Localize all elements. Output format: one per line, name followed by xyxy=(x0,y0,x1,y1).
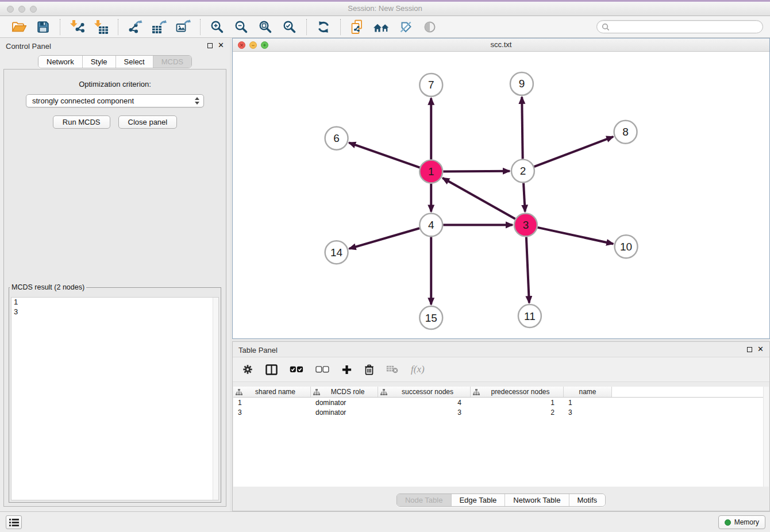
column-header-predecessor-nodes[interactable]: predecessor nodes xyxy=(471,387,564,397)
minimize-window-button[interactable] xyxy=(18,6,25,13)
close-network-button[interactable] xyxy=(238,41,245,49)
table-cell[interactable]: 1 xyxy=(233,399,311,407)
graph-edge-1-6[interactable] xyxy=(349,142,419,167)
table-tab-edge-table[interactable]: Edge Table xyxy=(451,494,505,506)
network-view-window: scc.txt 7968124314101511 xyxy=(232,38,770,339)
graph-node-11[interactable]: 11 xyxy=(518,304,541,327)
table-row[interactable]: 1dominator411 xyxy=(233,398,769,407)
network-window-titlebar[interactable]: scc.txt xyxy=(233,38,769,52)
table-row[interactable]: 3dominator323 xyxy=(233,407,769,417)
run-mcds-button[interactable]: Run MCDS xyxy=(53,115,110,129)
table-cell[interactable]: dominator xyxy=(311,399,378,407)
graph-node-15[interactable]: 15 xyxy=(419,306,442,329)
svg-text:10: 10 xyxy=(620,241,632,253)
tab-network[interactable]: Network xyxy=(38,56,83,68)
graph-node-10[interactable]: 10 xyxy=(615,235,638,258)
table-cell[interactable]: 2 xyxy=(471,408,564,417)
graph-node-2[interactable]: 2 xyxy=(511,160,534,183)
settings-gear-icon[interactable] xyxy=(242,364,253,375)
graph-edge-3-1[interactable] xyxy=(442,178,515,219)
result-scrollbar[interactable] xyxy=(213,298,218,500)
graph-node-14[interactable]: 14 xyxy=(325,241,348,264)
minimize-network-button[interactable] xyxy=(249,41,257,49)
search-box[interactable] xyxy=(596,20,763,33)
column-header-name[interactable]: name xyxy=(564,387,612,397)
criterion-dropdown[interactable]: strongly connected component xyxy=(26,94,204,107)
export-network-icon[interactable] xyxy=(126,18,144,36)
network-graph[interactable]: 7968124314101511 xyxy=(233,52,769,338)
close-panel-icon[interactable]: ✕ xyxy=(218,42,224,49)
column-header-successor-nodes[interactable]: successor nodes xyxy=(378,387,471,397)
zoom-fit-icon[interactable] xyxy=(257,18,274,36)
import-table-icon[interactable] xyxy=(93,18,110,36)
save-session-icon[interactable] xyxy=(34,18,52,36)
table-cell[interactable]: 4 xyxy=(378,399,471,407)
zoom-in-icon[interactable] xyxy=(209,18,226,36)
close-table-panel-icon[interactable]: ✕ xyxy=(757,346,764,353)
mcds-result-text[interactable]: 13 xyxy=(11,297,219,500)
graph-edge-2-3[interactable] xyxy=(523,183,525,212)
open-file-icon[interactable] xyxy=(10,18,28,36)
clone-network-icon[interactable] xyxy=(349,18,366,36)
close-panel-button[interactable]: Close panel xyxy=(118,115,178,129)
table-cell[interactable]: 1 xyxy=(564,399,612,407)
graph-edge-1-2[interactable] xyxy=(443,171,510,172)
graph-node-4[interactable]: 4 xyxy=(419,213,442,236)
deselect-all-checks-icon[interactable] xyxy=(315,366,329,373)
tab-select[interactable]: Select xyxy=(116,56,153,68)
show-hide-icon[interactable] xyxy=(421,18,438,36)
annotations-toggle-icon[interactable] xyxy=(397,18,414,36)
import-network-icon[interactable] xyxy=(68,18,86,36)
zoom-selected-icon[interactable] xyxy=(281,18,298,36)
graph-edge-3-10[interactable] xyxy=(537,228,613,244)
column-header-shared-name[interactable]: shared name xyxy=(233,387,311,397)
graph-edge-3-11[interactable] xyxy=(526,237,529,303)
table-tab-node-table[interactable]: Node Table xyxy=(397,494,452,506)
tab-mcds[interactable]: MCDS xyxy=(153,56,191,68)
close-window-button[interactable] xyxy=(7,6,14,13)
table-cell[interactable]: 3 xyxy=(564,408,612,417)
select-all-checks-icon[interactable] xyxy=(290,366,303,373)
column-type-icon xyxy=(313,389,320,395)
table-cell[interactable]: 3 xyxy=(378,408,471,417)
float-panel-icon[interactable] xyxy=(207,43,213,48)
network-canvas[interactable]: 7968124314101511 xyxy=(233,52,769,338)
refresh-layout-icon[interactable] xyxy=(315,18,332,36)
zoom-out-icon[interactable] xyxy=(233,18,250,36)
graph-node-7[interactable]: 7 xyxy=(419,74,442,97)
graph-node-3[interactable]: 3 xyxy=(514,213,537,236)
export-image-icon[interactable] xyxy=(175,18,192,36)
table-cell[interactable]: dominator xyxy=(311,408,378,417)
toolbar-separator xyxy=(200,19,201,35)
table-cell[interactable]: 1 xyxy=(471,399,564,407)
delete-column-icon[interactable] xyxy=(364,364,374,375)
table-scrollbar[interactable] xyxy=(763,387,769,487)
table-tab-network-table[interactable]: Network Table xyxy=(505,494,569,506)
float-table-panel-icon[interactable] xyxy=(747,347,752,352)
dropdown-stepper-icon xyxy=(195,97,199,105)
memory-button[interactable]: Memory xyxy=(718,515,765,529)
column-header-mcds-role[interactable]: MCDS role xyxy=(311,387,378,397)
add-column-icon[interactable] xyxy=(341,364,352,375)
tab-style[interactable]: Style xyxy=(83,56,116,68)
column-view-icon[interactable] xyxy=(265,364,278,375)
graph-node-8[interactable]: 8 xyxy=(614,121,637,144)
first-neighbors-icon[interactable] xyxy=(373,18,390,36)
toolbar-separator xyxy=(306,19,307,35)
graph-edge-2-9[interactable] xyxy=(522,97,522,159)
task-history-button[interactable] xyxy=(6,515,22,529)
maximize-window-button[interactable] xyxy=(30,6,37,13)
graph-edge-2-8[interactable] xyxy=(534,137,614,167)
graph-node-6[interactable]: 6 xyxy=(325,127,348,150)
toolbar-separator xyxy=(60,19,60,35)
search-input[interactable] xyxy=(613,23,758,31)
table-cell[interactable]: 3 xyxy=(233,408,311,417)
export-table-icon[interactable] xyxy=(151,18,168,36)
graph-node-9[interactable]: 9 xyxy=(510,72,533,95)
graph-node-1[interactable]: 1 xyxy=(419,160,442,183)
graph-edge-4-14[interactable] xyxy=(349,228,420,249)
memory-status-icon xyxy=(725,519,731,526)
table-tab-motifs[interactable]: Motifs xyxy=(569,494,605,506)
svg-text:15: 15 xyxy=(425,312,437,324)
maximize-network-button[interactable] xyxy=(261,41,268,49)
